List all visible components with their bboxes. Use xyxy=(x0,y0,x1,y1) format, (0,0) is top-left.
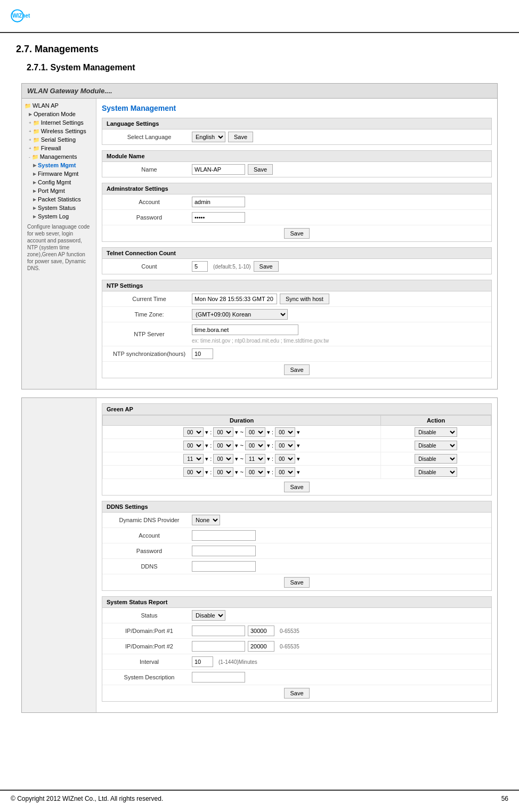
hour1-start-select[interactable]: 00 xyxy=(183,427,204,437)
ddns-provider-select[interactable]: None xyxy=(192,515,220,525)
ntp-sync-hours-control xyxy=(192,348,487,359)
page-footer: © Copyright 2012 WIZnet Co., Ltd. All ri… xyxy=(0,790,519,807)
sidebar-item-system-mgmt[interactable]: ▶ System Mgmt xyxy=(33,161,93,169)
telnet-count-input[interactable] xyxy=(192,261,208,272)
ntp-save-button[interactable]: Save xyxy=(284,364,309,375)
min2-end-select[interactable]: 00 xyxy=(275,441,295,450)
ddns-save-button[interactable]: Save xyxy=(284,577,309,588)
sidebar-item-internet-settings[interactable]: + 📁 Internet Settings xyxy=(29,118,93,127)
green-ap-save-button[interactable]: Save xyxy=(284,482,309,492)
current-time-input[interactable] xyxy=(192,294,277,304)
timezone-select[interactable]: (GMT+09:00) Korean xyxy=(192,309,288,320)
page-header: WIZnet xyxy=(0,0,519,33)
green-ap-action-1: Disable xyxy=(381,426,491,439)
ntp-server-hint: ex: time.nist.gov ; ntp0.broad.mit.edu ;… xyxy=(192,338,329,344)
ip2-input[interactable] xyxy=(192,641,245,652)
ddns-password-input[interactable] xyxy=(192,546,256,556)
ip1-port-input[interactable] xyxy=(248,626,274,636)
folder-icon: 📁 xyxy=(33,145,39,151)
green-ap-duration-4: 00 ▾ : 00 ▾ ~ 00 ▾ : 00 ▾ xyxy=(103,466,381,479)
ddns-account-input[interactable] xyxy=(192,530,256,541)
sidebar-item-firmware-mgmt[interactable]: ▶ Firmware Mgmt xyxy=(33,169,93,178)
interval-row: Interval (1-1440)Minutes xyxy=(102,654,491,670)
arrow-icon: ▶ xyxy=(33,214,36,219)
ntp-server-input[interactable] xyxy=(192,324,298,335)
min1-start-select[interactable]: 00 xyxy=(213,427,233,437)
sidebar-item-wlan-ap[interactable]: 📁 WLAN AP xyxy=(25,101,93,110)
system-desc-input[interactable] xyxy=(192,672,245,683)
action3-select[interactable]: Disable xyxy=(415,454,457,464)
telnet-save-button[interactable]: Save xyxy=(254,261,279,272)
arrow-icon: + xyxy=(29,146,31,151)
section-title: 2.7. Managements xyxy=(16,44,503,55)
ntp-sync-hours-input[interactable] xyxy=(192,348,213,359)
action1-select[interactable]: Disable xyxy=(415,427,457,437)
hour2-end-select[interactable]: 00 xyxy=(245,441,265,450)
module-name-row: Name Save xyxy=(102,162,491,177)
green-ap-header: Green AP xyxy=(102,404,491,415)
hour1-end-select[interactable]: 00 xyxy=(245,427,265,437)
hour2-start-select[interactable]: 00 xyxy=(183,441,204,450)
ip2-port-input[interactable] xyxy=(248,641,274,652)
status-select[interactable]: Disable xyxy=(192,610,225,621)
min4-start-select[interactable]: 00 xyxy=(213,467,233,477)
ddns-input[interactable] xyxy=(192,561,256,572)
ip2-row: IP/Domain:Port #2 0-65535 xyxy=(102,639,491,654)
ddns-header: DDNS Settings xyxy=(102,501,491,513)
sidebar-item-system-log[interactable]: ▶ System Log xyxy=(33,212,93,221)
min2-start-select[interactable]: 00 xyxy=(213,441,233,450)
sidebar-item-operation-mode[interactable]: ▶ Operation Mode xyxy=(29,110,93,118)
status-row: Status Disable xyxy=(102,608,491,623)
module-name-save-button[interactable]: Save xyxy=(248,164,273,175)
language-settings-header: Language Settings xyxy=(102,118,491,129)
module-name-header: Module Name xyxy=(102,151,491,162)
hour3-start-select[interactable]: 11 xyxy=(183,454,204,464)
ntp-sync-hours-label: NTP synchronization(hours) xyxy=(107,351,192,357)
system-status-save-button[interactable]: Save xyxy=(284,688,309,699)
sidebar-item-system-status[interactable]: ▶ System Status xyxy=(33,204,93,212)
action2-select[interactable]: Disable xyxy=(415,441,457,450)
subsection-title: 2.7.1. System Management xyxy=(27,63,503,72)
telnet-count-control: (default:5, 1-10) Save xyxy=(192,261,487,272)
ddns-provider-label: Dynamic DNS Provider xyxy=(107,517,192,523)
hour4-end-select[interactable]: 00 xyxy=(245,467,265,477)
language-row: Select Language English Save xyxy=(102,129,491,144)
sidebar-item-packet-statistics[interactable]: ▶ Packet Statistics xyxy=(33,195,93,204)
browser-body: 📁 WLAN AP ▶ Operation Mode + 📁 Internet … xyxy=(22,99,497,389)
sidebar-item-firewall[interactable]: + 📁 Firewall xyxy=(29,144,93,152)
min4-end-select[interactable]: 00 xyxy=(275,467,295,477)
sidebar-item-port-mgmt[interactable]: ▶ Port Mgmt xyxy=(33,186,93,195)
sidebar-item-serial-setting[interactable]: + 📁 Serial Setting xyxy=(29,135,93,144)
telnet-section: Telnet Connection Count Count (default:5… xyxy=(102,247,492,274)
language-save-button[interactable]: Save xyxy=(228,132,253,142)
module-name-input[interactable] xyxy=(192,164,245,175)
min1-end-select[interactable]: 00 xyxy=(275,427,295,437)
min3-end-select[interactable]: 00 xyxy=(275,454,295,464)
account-input[interactable] xyxy=(192,197,245,207)
green-ap-row-3: 11 ▾ : 00 ▾ ~ 11 ▾ : 00 ▾ Disable xyxy=(103,452,491,466)
hour4-start-select[interactable]: 00 xyxy=(183,467,204,477)
system-status-save-row: Save xyxy=(102,685,491,701)
sync-host-button[interactable]: Sync with host xyxy=(280,294,329,304)
ddns-password-control xyxy=(192,546,487,556)
action4-select[interactable]: Disable xyxy=(415,467,457,477)
min3-start-select[interactable]: 00 xyxy=(213,454,233,464)
arrow-icon: - xyxy=(29,155,30,159)
wiznet-logo-icon: WIZnet xyxy=(11,5,37,27)
hour3-end-select[interactable]: 11 xyxy=(245,454,265,464)
duration-header: Duration xyxy=(103,416,381,426)
language-select[interactable]: English xyxy=(192,132,225,142)
arrow-icon: ▶ xyxy=(29,112,32,117)
ddns-provider-row: Dynamic DNS Provider None xyxy=(102,513,491,528)
ddns-section: DDNS Settings Dynamic DNS Provider None … xyxy=(102,501,492,591)
copyright-text: © Copyright 2012 WIZnet Co., Ltd. All ri… xyxy=(11,795,163,802)
password-input[interactable] xyxy=(192,212,245,223)
ip1-input[interactable] xyxy=(192,626,245,636)
admin-save-button[interactable]: Save xyxy=(284,228,309,239)
ddns-label: DDNS xyxy=(107,563,192,570)
sidebar-item-wireless-settings[interactable]: + 📁 Wireless Settings xyxy=(29,127,93,135)
interval-input[interactable] xyxy=(192,656,213,667)
sidebar-item-managements[interactable]: - 📁 Managements xyxy=(29,152,93,161)
sidebar-item-config-mgmt[interactable]: ▶ Config Mgmt xyxy=(33,178,93,186)
ntp-save-row: Save xyxy=(102,362,491,378)
